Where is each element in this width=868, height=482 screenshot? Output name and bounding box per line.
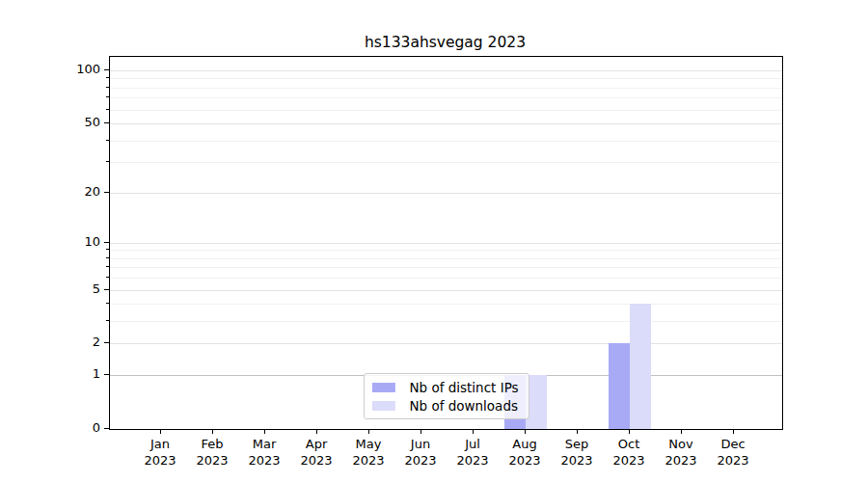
y-axis-minor-tick	[106, 320, 109, 321]
gridline-minor	[110, 141, 782, 142]
download-stats-chart: hs133ahsvegag 2023 Nb of distinct IPsNb …	[0, 0, 868, 482]
x-axis-tick	[368, 429, 369, 434]
y-axis-minor-tick	[106, 87, 109, 88]
x-axis-tick	[160, 429, 161, 434]
x-tick-label-sep-2023: Sep 2023	[548, 436, 606, 469]
gridline-minor	[110, 258, 782, 259]
y-axis-tick	[104, 69, 109, 70]
y-axis-minor-tick	[106, 277, 109, 278]
x-tick-label-jul-2023: Jul 2023	[444, 436, 502, 469]
y-tick-label: 0	[39, 420, 100, 436]
gridline-minor	[110, 250, 782, 251]
x-axis-tick	[681, 429, 682, 434]
x-axis-tick	[733, 429, 734, 434]
bar-nb-of-distinct-ips-oct-2023	[609, 343, 630, 429]
legend-label: Nb of distinct IPs	[409, 381, 518, 394]
y-tick-label: 5	[39, 281, 100, 297]
y-axis-minor-tick	[106, 161, 109, 162]
x-tick-label-may-2023: May 2023	[339, 436, 397, 469]
y-axis-tick	[104, 192, 109, 193]
gridline-minor	[110, 97, 782, 98]
legend: Nb of distinct IPsNb of downloads	[363, 373, 529, 419]
y-axis-minor-tick	[106, 96, 109, 97]
gridline-major	[110, 343, 782, 344]
y-axis-tick	[104, 289, 109, 290]
y-axis-minor-tick	[106, 140, 109, 141]
x-tick-label-jun-2023: Jun 2023	[392, 436, 449, 469]
gridline-minor	[110, 321, 782, 322]
x-tick-label-oct-2023: Oct 2023	[600, 436, 658, 469]
y-axis-tick	[104, 374, 109, 375]
x-tick-label-nov-2023: Nov 2023	[652, 436, 710, 469]
legend-swatch-icon	[371, 401, 394, 411]
x-axis-tick	[212, 429, 213, 434]
gridline-major	[110, 243, 782, 244]
x-tick-label-mar-2023: Mar 2023	[235, 436, 293, 469]
gridline-minor	[110, 78, 782, 79]
x-tick-label-jan-2023: Jan 2023	[131, 436, 189, 469]
x-tick-label-apr-2023: Apr 2023	[287, 436, 345, 469]
gridline-minor	[110, 110, 782, 111]
y-axis-minor-tick	[106, 77, 109, 78]
gridline-minor	[110, 88, 782, 89]
plot-area: Nb of distinct IPsNb of downloads	[109, 56, 783, 430]
y-axis-minor-tick	[106, 266, 109, 267]
y-axis-minor-tick	[106, 257, 109, 258]
y-tick-label: 100	[39, 62, 100, 77]
legend-label: Nb of downloads	[409, 399, 518, 413]
x-tick-label-aug-2023: Aug 2023	[496, 436, 554, 469]
x-tick-label-dec-2023: Dec 2023	[704, 436, 762, 469]
y-axis-tick	[104, 428, 109, 429]
y-axis-minor-tick	[106, 109, 109, 110]
y-axis-tick	[104, 242, 109, 243]
y-tick-label: 50	[39, 115, 100, 130]
x-tick-label-feb-2023: Feb 2023	[183, 436, 241, 469]
gridline-minor	[110, 267, 782, 268]
y-tick-label: 1	[39, 366, 100, 382]
gridline-major	[110, 123, 782, 124]
x-axis-tick	[577, 429, 578, 434]
x-axis-tick	[629, 429, 630, 434]
x-axis-tick	[525, 429, 526, 434]
x-axis-tick	[316, 429, 317, 434]
x-axis-tick	[264, 429, 265, 434]
y-axis-tick	[104, 122, 109, 123]
legend-item: Nb of downloads	[371, 399, 518, 413]
x-axis-tick	[473, 429, 474, 434]
legend-item: Nb of distinct IPs	[371, 381, 518, 394]
gridline-major	[110, 290, 782, 291]
x-axis-tick	[420, 429, 421, 434]
bar-nb-of-downloads-oct-2023	[630, 304, 651, 429]
legend-swatch-icon	[371, 383, 394, 392]
gridline-major	[110, 70, 782, 71]
y-axis-tick	[104, 342, 109, 343]
y-tick-label: 20	[39, 184, 100, 200]
y-axis-minor-tick	[106, 303, 109, 304]
chart-title: hs133ahsvegag 2023	[109, 34, 781, 52]
y-tick-label: 10	[39, 234, 100, 250]
y-tick-label: 2	[39, 335, 100, 350]
y-axis-minor-tick	[106, 249, 109, 250]
gridline-major	[110, 193, 782, 194]
gridline-minor	[110, 278, 782, 279]
gridline-minor	[110, 162, 782, 163]
gridline-minor	[110, 304, 782, 305]
